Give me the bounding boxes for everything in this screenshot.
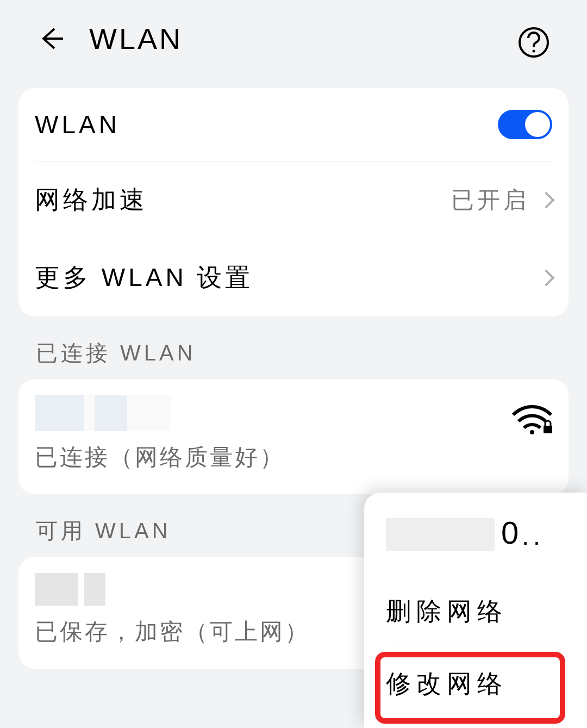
wifi-lock-icon bbox=[512, 405, 552, 437]
svg-rect-3 bbox=[544, 426, 552, 433]
popup-title-suffix: 0 bbox=[501, 514, 519, 551]
wlan-toggle-label: WLAN bbox=[35, 110, 120, 139]
svg-point-1 bbox=[533, 50, 535, 53]
svg-point-2 bbox=[530, 430, 534, 434]
connected-network-status: 已连接（网络质量好） bbox=[35, 442, 552, 472]
network-boost-label: 网络加速 bbox=[35, 183, 148, 217]
more-wlan-settings-row[interactable]: 更多 WLAN 设置 bbox=[18, 239, 569, 316]
connected-network-card: 已连接（网络质量好） bbox=[18, 379, 569, 494]
network-context-menu: 0 .. 删除网络 修改网络 bbox=[364, 493, 587, 728]
connected-network-row[interactable]: 已连接（网络质量好） bbox=[18, 379, 569, 494]
popup-title-dots: .. bbox=[522, 521, 545, 551]
wlan-toggle-row: WLAN bbox=[18, 88, 569, 161]
back-icon[interactable] bbox=[37, 23, 67, 54]
network-boost-row[interactable]: 网络加速 已开启 bbox=[18, 161, 569, 239]
chevron-right-icon bbox=[538, 191, 554, 208]
popup-network-name-redacted bbox=[386, 518, 495, 551]
network-boost-value: 已开启 bbox=[451, 185, 529, 215]
chevron-right-icon bbox=[538, 269, 554, 286]
popup-title: 0 .. bbox=[386, 514, 565, 551]
connected-section-title: 已连接 WLAN bbox=[0, 316, 587, 374]
toggle-knob bbox=[525, 112, 550, 137]
modify-network-item[interactable]: 修改网络 bbox=[386, 645, 565, 717]
page-title: WLAN bbox=[89, 22, 183, 55]
wlan-toggle[interactable] bbox=[498, 110, 552, 139]
more-wlan-settings-label: 更多 WLAN 设置 bbox=[35, 261, 253, 295]
wlan-settings-card: WLAN 网络加速 已开启 更多 WLAN 设置 bbox=[18, 88, 569, 316]
help-icon[interactable] bbox=[517, 26, 550, 59]
delete-network-item[interactable]: 删除网络 bbox=[386, 578, 565, 645]
connected-network-name-redacted bbox=[35, 395, 171, 431]
